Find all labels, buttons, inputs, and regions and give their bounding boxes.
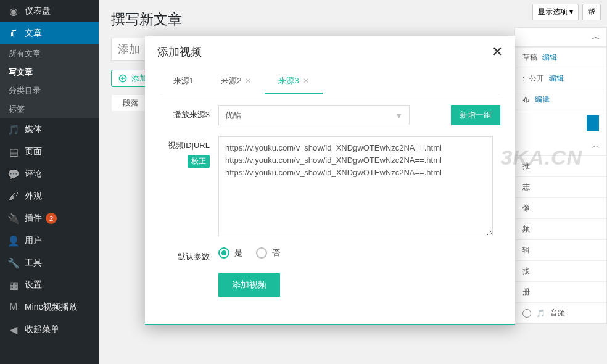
correct-tag[interactable]: 校正 [188, 155, 210, 168]
radio-checked-icon [218, 247, 229, 259]
radio-yes[interactable]: 是 [218, 247, 242, 259]
tab-close-icon[interactable]: ✕ [245, 77, 251, 85]
tab-source2[interactable]: 来源2✕ [207, 69, 265, 94]
close-icon[interactable]: ✕ [492, 45, 503, 59]
tab-source3[interactable]: 来源3✕ [265, 69, 322, 94]
add-video-modal: 添加视频 ✕ 来源1 来源2✕ 来源3✕ 播放来源3 优酷 ▼ 新增一组 视频I… [145, 36, 515, 325]
default-label: 默认参数 [160, 247, 218, 262]
source-tabs: 来源1 来源2✕ 来源3✕ [160, 69, 500, 94]
source-select[interactable]: 优酷 ▼ [218, 105, 410, 125]
tab-close-icon[interactable]: ✕ [303, 77, 309, 85]
video-url-textarea[interactable] [218, 136, 493, 236]
caret-down-icon: ▼ [395, 111, 403, 120]
source-label: 播放来源3 [160, 105, 218, 120]
add-video-button[interactable]: 添加视频 [218, 273, 280, 297]
tab-source1[interactable]: 来源1 [160, 69, 207, 94]
add-group-button[interactable]: 新增一组 [451, 105, 500, 125]
vid-label: 视频ID|URL 校正 [160, 136, 218, 168]
radio-no[interactable]: 否 [256, 247, 280, 259]
radio-unchecked-icon [256, 247, 267, 259]
select-value: 优酷 [225, 110, 241, 121]
modal-title: 添加视频 [157, 44, 202, 59]
